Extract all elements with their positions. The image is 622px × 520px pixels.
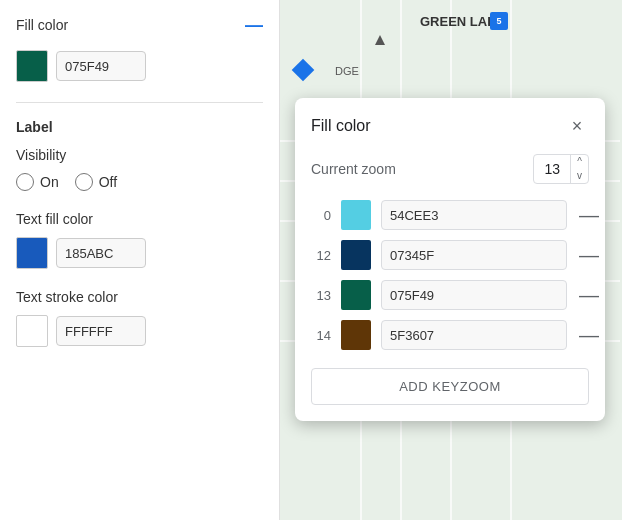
add-keyzoom-button[interactable]: ADD KEYZOOM (311, 368, 589, 405)
color-row-2: 13 — (311, 280, 589, 310)
fill-color-input-row (16, 50, 263, 82)
current-zoom-label: Current zoom (311, 161, 396, 177)
zoom-down-arrow[interactable]: v (571, 169, 588, 183)
visibility-off-radio[interactable] (75, 173, 93, 191)
fill-color-swatch[interactable] (16, 50, 48, 82)
row-color-input-1[interactable] (381, 240, 567, 270)
row-color-input-3[interactable] (381, 320, 567, 350)
text-fill-color-input[interactable] (56, 238, 146, 268)
text-fill-color-swatch[interactable] (16, 237, 48, 269)
section-divider (16, 102, 263, 103)
color-row-0: 0 — (311, 200, 589, 230)
text-stroke-color-input-row (16, 315, 263, 347)
row-zoom-1: 12 (311, 248, 331, 263)
visibility-on-option[interactable]: On (16, 173, 59, 191)
row-action-2[interactable]: — (577, 283, 601, 307)
row-swatch-0[interactable] (341, 200, 371, 230)
row-color-input-0[interactable] (381, 200, 567, 230)
visibility-radio-row: On Off (16, 173, 263, 191)
fill-color-popup: Fill color × Current zoom 13 ^ v 0 — 12 … (295, 98, 605, 421)
popup-header: Fill color × (311, 114, 589, 138)
map-dge-label: DGE (335, 65, 359, 77)
visibility-off-label: Off (99, 174, 117, 190)
zoom-control: 13 ^ v (533, 154, 589, 184)
row-zoom-0: 0 (311, 208, 331, 223)
row-action-3[interactable]: — (577, 323, 601, 347)
row-action-0[interactable]: — (577, 203, 601, 227)
fill-color-input[interactable] (56, 51, 146, 81)
zoom-up-arrow[interactable]: ^ (571, 155, 588, 169)
color-row-1: 12 — (311, 240, 589, 270)
close-button[interactable]: × (565, 114, 589, 138)
row-action-1[interactable]: — (577, 243, 601, 267)
label-section-title: Label (16, 119, 263, 135)
visibility-on-radio[interactable] (16, 173, 34, 191)
visibility-off-option[interactable]: Off (75, 173, 117, 191)
text-stroke-color-label: Text stroke color (16, 289, 263, 305)
text-stroke-section: Text stroke color (16, 289, 263, 347)
color-row-3: 14 — (311, 320, 589, 350)
row-zoom-2: 13 (311, 288, 331, 303)
text-fill-color-label: Text fill color (16, 211, 263, 227)
text-fill-section: Text fill color (16, 211, 263, 269)
text-fill-color-input-row (16, 237, 263, 269)
visibility-on-label: On (40, 174, 59, 190)
row-swatch-1[interactable] (341, 240, 371, 270)
zoom-value: 13 (534, 157, 570, 181)
row-swatch-3[interactable] (341, 320, 371, 350)
map-pointer (375, 35, 385, 45)
fill-color-section: Fill color — (16, 16, 263, 34)
visibility-label: Visibility (16, 147, 263, 163)
zoom-row: Current zoom 13 ^ v (311, 154, 589, 184)
zoom-arrows: ^ v (570, 155, 588, 183)
text-stroke-color-swatch[interactable] (16, 315, 48, 347)
left-panel: Fill color — Label Visibility On Off Tex… (0, 0, 280, 520)
minus-icon[interactable]: — (245, 16, 263, 34)
popup-title: Fill color (311, 117, 371, 135)
row-color-input-2[interactable] (381, 280, 567, 310)
row-zoom-3: 14 (311, 328, 331, 343)
highway-badge: 5 (490, 12, 508, 30)
row-swatch-2[interactable] (341, 280, 371, 310)
text-stroke-color-input[interactable] (56, 316, 146, 346)
color-rows-container: 0 — 12 — 13 — 14 — (311, 200, 589, 350)
fill-color-label: Fill color (16, 17, 68, 33)
